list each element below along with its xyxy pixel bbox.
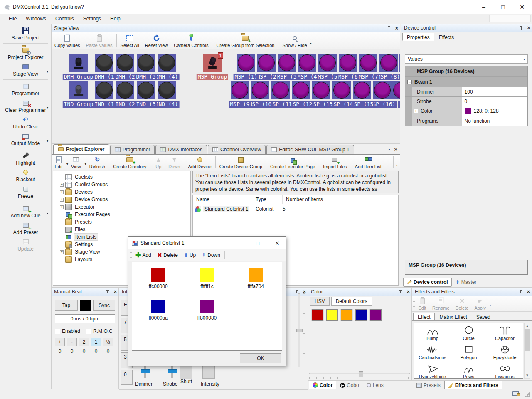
menu-help[interactable]: Help [106,15,125,23]
fixture-msp-7[interactable]: MSP (7 [358,54,379,83]
rmoc-checkbox[interactable]: R.M.O.C [86,328,113,334]
intensity-0-button[interactable]: 0 [121,370,133,385]
tab-editor[interactable]: Editor: SHW CUL MSP-Group 1 [266,145,354,154]
save-project-button[interactable]: Save Project [0,25,51,42]
fixture-ind-2[interactable]: IND (2 [115,81,135,110]
color-item[interactable]: ff0000aa [134,298,182,330]
close-icon[interactable]: × [527,289,530,294]
menu-file[interactable]: File [5,15,21,23]
create-group-button[interactable]: Create Group from Selection [213,33,277,49]
blackout-button[interactable]: Blackout [0,167,51,184]
chevron-down-icon[interactable]: ▾ [47,139,48,143]
color-item[interactable]: ffffa704 [232,266,280,298]
fixture-msp-3[interactable]: MSP (3 [276,54,297,83]
close-icon[interactable]: × [395,25,398,31]
tab-project-explorer[interactable]: Project Explorer [53,144,109,154]
beat-minus-button[interactable]: - [67,338,77,346]
maximize-button[interactable]: □ [493,0,512,14]
edit-button[interactable]: Edit [52,155,66,170]
pin-icon[interactable] [519,289,523,294]
table-row[interactable]: Standard Colorlist 1 Colorlist 5 [193,204,398,214]
effect-lissajous[interactable]: Lissajous [487,363,523,379]
horizontal-slider[interactable] [309,373,410,374]
resize-grip[interactable] [525,392,530,397]
fixture-msp-2[interactable]: MSP (2 [256,54,277,83]
fixture-msp-16[interactable]: MSP (16) [372,81,393,110]
add-new-cue-button[interactable]: Add new Cue▾ [0,203,51,220]
property-row-dimmer[interactable]: Dimmer100 [405,87,527,97]
tab-hsv[interactable]: HSV [310,297,330,306]
fixture-msp-10[interactable]: MSP (10 [250,81,271,110]
beat-plus-button[interactable]: + [55,338,65,346]
beat-double-button[interactable]: 2 [79,338,89,346]
fixture-msp-15[interactable]: MSP (15 [352,81,372,110]
fixture-ind-4[interactable]: IND (4) [156,81,177,110]
tab-color[interactable]: Color [309,381,336,390]
pin-icon[interactable] [399,289,403,294]
color-swatch-blue[interactable] [355,309,367,321]
fixture-group-dmh[interactable]: DMH Group [52,54,106,83]
color-swatch-purple[interactable] [370,309,382,321]
effect-polygon[interactable]: Polygon [451,344,487,363]
close-icon[interactable]: × [394,147,397,152]
fixture-msp-4[interactable]: MSP (4 [297,54,318,83]
effect-circle[interactable]: Circle [451,325,487,344]
reset-view-button[interactable]: Reset View [142,33,171,49]
select-all-button[interactable]: Select All [118,33,142,49]
chevron-down-icon[interactable]: ▾ [47,106,48,110]
tree-item-files[interactable]: Files [57,226,190,233]
fixture-msp-14[interactable]: MSP (14 [331,81,352,110]
expander-icon[interactable]: + [60,198,64,202]
color-item[interactable]: ff800080 [182,298,231,330]
clear-programmer-button[interactable]: Clear Programmer▾ [0,98,51,114]
expander-icon[interactable]: + [60,183,64,187]
dialog-title-bar[interactable]: Standard Colorlist 1 – □ ✕ [128,237,286,249]
add-item-list-button[interactable]: Add Item List [352,155,384,170]
tree-item-devices[interactable]: +Devices [57,188,190,196]
project-explorer-button[interactable]: Project Explorer [0,45,51,62]
chevron-down-icon[interactable]: ▾ [310,42,312,45]
effect-hypozykloide[interactable]: Hypozykloide [414,363,451,379]
toolbar-overflow-icon[interactable]: ⌄ [395,163,398,167]
minimize-button[interactable]: – [474,0,493,14]
column-number-of-items[interactable]: Number of Items [283,195,398,204]
tree-item-executor-pages[interactable]: Executor Pages [57,211,190,218]
beam-section-row[interactable]: –Beam 1 [405,77,527,87]
import-files-button[interactable]: Import Files [320,155,350,170]
fixture-msp-8[interactable]: MSP (8) [378,54,399,83]
property-row-programs[interactable]: ProgramsNo function [405,116,527,126]
property-row-strobe[interactable]: Strobe0 [405,97,527,106]
menu-controls[interactable]: Controls [51,15,78,23]
delete-color-button[interactable]: ✖Delete [155,251,180,259]
camera-controls-button[interactable]: Camera Controls [171,33,211,49]
fixture-msp-6[interactable]: MSP (6 [337,54,358,83]
tab-device-control[interactable]: Device control [403,278,452,287]
tree-item-presets[interactable]: Presets [57,218,190,226]
color-swatch-orange[interactable] [341,309,352,321]
fixture-dmh-3[interactable]: DMH (3 [135,54,156,83]
show-hide-button[interactable]: Show / Hide [279,33,310,49]
close-icon[interactable]: × [527,25,530,30]
fixture-msp-11[interactable]: MSP (11 [270,81,291,110]
scroll-thumb[interactable] [525,329,530,351]
scroll-down-icon[interactable]: ▼ [525,373,530,378]
move-up-button[interactable]: ⬆Up [181,251,198,259]
beat-half-button[interactable]: ½ [103,338,113,346]
maximize-button[interactable]: □ [249,237,266,249]
pin-icon[interactable] [106,289,110,294]
stage-view-button[interactable]: Stage View▾ [0,62,51,78]
view-button[interactable]: View [68,155,84,170]
output-mode-button[interactable]: Output Mode▾ [0,131,51,148]
fixture-group-ind[interactable]: IND Group [52,81,106,110]
tab-gobo[interactable]: Gobo [336,381,362,390]
tab-channel-overview[interactable]: Channel Overview [208,145,266,154]
fixture-dmh-4[interactable]: DMH (4) [156,54,177,83]
tab-saved[interactable]: Saved [472,313,495,320]
add-color-button[interactable]: ✚Add [133,251,154,259]
effects-scrollbar[interactable]: ▲ ▼ [524,323,530,379]
ok-button[interactable]: OK [240,353,281,363]
expander-icon[interactable]: + [60,190,64,194]
close-button[interactable]: ✕ [512,0,532,14]
tab-presets[interactable]: Presets [413,381,444,390]
effect-cardinalsinus[interactable]: Cardinalsinus [414,344,451,363]
